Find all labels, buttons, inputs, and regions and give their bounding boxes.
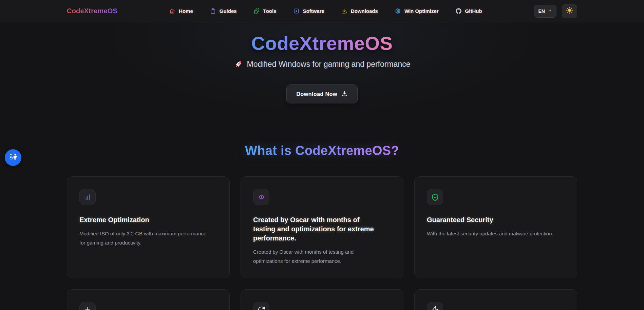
nav-item-win-optimizer[interactable]: Win Optimizer [395, 8, 439, 14]
download-icon [341, 8, 347, 14]
sun-icon [566, 7, 573, 15]
nav-item-label: Software [303, 8, 324, 14]
nav-item-guides[interactable]: Guides [210, 8, 237, 14]
code-icon [253, 189, 269, 205]
box-download-icon [293, 8, 299, 14]
feature-card [414, 289, 577, 310]
nav-item-label: Tools [263, 8, 277, 14]
card-title: Created by Oscar with months of testing … [253, 215, 380, 243]
nav-item-label: Guides [220, 8, 237, 14]
hero-section: CodeXtremeOS Modified Windows for gaming… [0, 22, 644, 103]
refresh-icon [253, 302, 269, 310]
hero-title: CodeXtremeOS [251, 33, 393, 54]
lightning-icon [427, 302, 443, 310]
card-title: Guaranteed Security [427, 215, 554, 225]
brand-logo[interactable]: CodeXtremeOS [67, 7, 117, 15]
clipboard-icon [210, 8, 216, 14]
puzzle-icon [254, 8, 260, 14]
feature-cards-row: Extreme OptimizationModified ISO of only… [67, 176, 577, 278]
gear-icon [395, 8, 401, 14]
home-icon [169, 8, 175, 14]
theme-toggle-button[interactable] [562, 4, 577, 18]
nav-item-home[interactable]: Home [169, 8, 193, 14]
feature-cards-row-2 [67, 289, 577, 310]
nav-item-downloads[interactable]: Downloads [341, 8, 378, 14]
card-description: Modified ISO of only 3.2 GB with maximum… [79, 229, 209, 247]
card-description: Created by Oscar with months of testing … [253, 248, 383, 266]
about-heading: What is CodeXtremeOS? [245, 143, 399, 158]
feature-card-created-by-oscar-with-months-o: Created by Oscar with months of testing … [241, 176, 403, 278]
feature-card-extreme-optimization: Extreme OptimizationModified ISO of only… [67, 176, 230, 278]
bar-chart-icon [79, 189, 96, 205]
language-selector[interactable]: EN [534, 5, 556, 18]
feature-card-guaranteed-security: Guaranteed SecurityWith the latest secur… [414, 176, 577, 278]
nav-item-label: Win Optimizer [404, 8, 439, 14]
about-section: What is CodeXtremeOS? Extreme Optimizati… [0, 143, 644, 310]
card-description: With the latest security updates and mal… [427, 229, 556, 238]
chevron-down-icon [548, 8, 552, 14]
hero-subtitle: Modified Windows for gaming and performa… [247, 60, 411, 69]
nav-item-github[interactable]: GitHub [456, 8, 482, 14]
feature-card [241, 289, 403, 310]
github-icon [456, 8, 461, 14]
download-button-label: Download Now [296, 91, 337, 97]
rocket-icon [234, 60, 243, 69]
language-label: EN [538, 8, 545, 14]
shield-check-icon [427, 189, 443, 205]
nav-item-tools[interactable]: Tools [254, 8, 277, 14]
download-tray-icon [341, 90, 348, 98]
top-navbar: CodeXtremeOS HomeGuidesToolsSoftwareDown… [0, 0, 644, 22]
nav-item-label: Downloads [351, 8, 378, 14]
accessibility-widget-button[interactable] [5, 149, 21, 166]
download-now-button[interactable]: Download Now [286, 84, 358, 103]
nav-item-software[interactable]: Software [293, 8, 324, 14]
main-nav: HomeGuidesToolsSoftwareDownloadsWin Opti… [169, 8, 482, 14]
accessibility-icon [7, 151, 20, 165]
nav-item-label: Home [179, 8, 193, 14]
plus-icon [79, 302, 96, 310]
feature-card [67, 289, 230, 310]
nav-item-label: GitHub [465, 8, 482, 14]
card-title: Extreme Optimization [79, 215, 206, 225]
